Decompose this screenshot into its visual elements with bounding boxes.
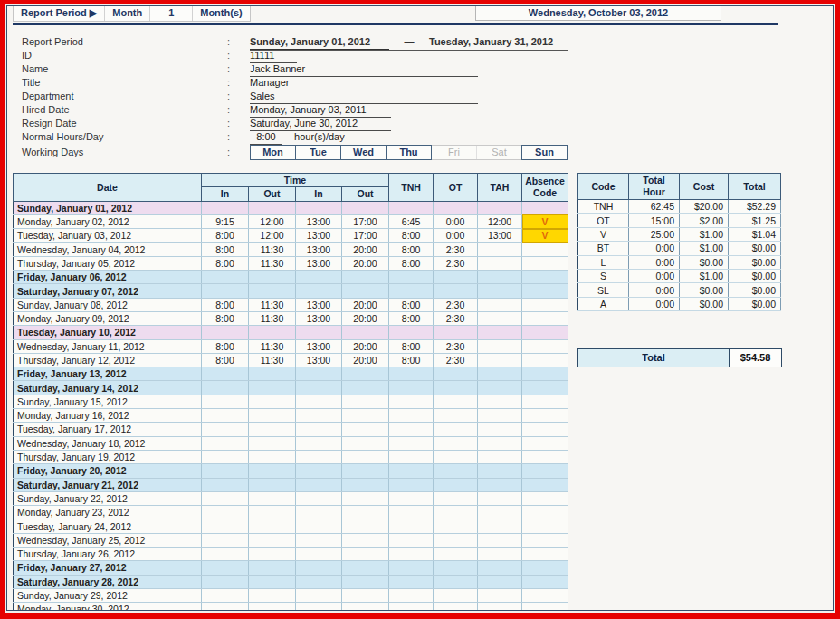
cell-out2[interactable]: 20:00 — [342, 256, 389, 270]
cell-ot[interactable] — [434, 491, 478, 505]
cell-tnh[interactable] — [389, 506, 434, 519]
cell-tah[interactable] — [478, 311, 522, 325]
cell-tah[interactable] — [478, 519, 522, 533]
cell-ot[interactable] — [434, 381, 478, 395]
cell-tah[interactable] — [478, 409, 522, 423]
cell-tah[interactable] — [478, 450, 522, 463]
cell-in2[interactable] — [296, 478, 342, 491]
cell-out2[interactable] — [342, 367, 389, 381]
cell-out2[interactable]: 20:00 — [342, 339, 389, 353]
cell-absence[interactable] — [522, 243, 568, 256]
cell-tah[interactable] — [478, 326, 522, 339]
report-period-expander[interactable]: Report Period ▶ — [14, 6, 105, 21]
cell-tnh[interactable] — [389, 450, 434, 463]
cell-tnh[interactable]: 8:00 — [389, 229, 434, 243]
cell-in1[interactable]: 8:00 — [202, 298, 249, 311]
cell-absence[interactable] — [522, 339, 568, 353]
cell-absence[interactable] — [522, 271, 568, 284]
cell-in1[interactable]: 9:15 — [202, 214, 249, 228]
cell-tah[interactable] — [478, 548, 522, 561]
cell-absence[interactable] — [522, 603, 568, 611]
cell-tah[interactable] — [478, 423, 522, 436]
cell-in1[interactable] — [202, 561, 249, 575]
cell-out1[interactable]: 12:00 — [249, 229, 296, 243]
title-field[interactable]: Manager — [250, 76, 478, 90]
cell-tnh[interactable] — [389, 436, 434, 450]
cell-out2[interactable] — [342, 271, 389, 284]
cell-tnh[interactable] — [389, 464, 434, 478]
cell-in2[interactable] — [296, 506, 342, 519]
cell-ot[interactable] — [434, 575, 478, 588]
cell-in1[interactable] — [202, 491, 249, 505]
cell-absence[interactable] — [522, 519, 568, 533]
cell-tnh[interactable]: 6:45 — [389, 214, 434, 228]
cell-in1[interactable] — [202, 464, 249, 478]
cell-tnh[interactable] — [389, 533, 434, 547]
cell-out1[interactable]: 11:30 — [249, 298, 296, 311]
cell-ot[interactable] — [434, 548, 478, 561]
cell-out1[interactable]: 11:30 — [249, 311, 296, 325]
cell-absence[interactable] — [522, 464, 568, 478]
cell-out2[interactable] — [342, 588, 389, 602]
cell-out1[interactable] — [249, 506, 296, 519]
month-count-input[interactable]: 1 — [150, 6, 193, 21]
cell-in1[interactable] — [202, 367, 249, 381]
cell-tnh[interactable] — [389, 519, 434, 533]
cell-out1[interactable] — [249, 409, 296, 423]
cell-out1[interactable] — [249, 450, 296, 463]
cell-tah[interactable] — [478, 367, 522, 381]
cell-tnh[interactable] — [389, 478, 434, 491]
cell-out2[interactable]: 17:00 — [342, 229, 389, 243]
cell-absence[interactable] — [522, 256, 568, 270]
cell-ot[interactable]: 2:30 — [434, 256, 478, 270]
cell-tnh[interactable]: 8:00 — [389, 353, 434, 367]
cell-in2[interactable]: 13:00 — [296, 256, 342, 270]
cell-absence[interactable] — [522, 298, 568, 311]
cell-absence[interactable] — [522, 450, 568, 463]
cell-ot[interactable] — [434, 588, 478, 602]
cell-tnh[interactable]: 8:00 — [389, 298, 434, 311]
cell-in1[interactable]: 8:00 — [202, 339, 249, 353]
cell-out2[interactable] — [342, 603, 389, 611]
cell-tnh[interactable] — [389, 548, 434, 561]
cell-out2[interactable] — [342, 533, 389, 547]
working-day-tue[interactable]: Tue — [295, 145, 341, 160]
cell-out2[interactable]: 20:00 — [342, 298, 389, 311]
cell-absence[interactable] — [522, 381, 568, 395]
cell-ot[interactable]: 2:30 — [434, 243, 478, 256]
cell-absence[interactable] — [522, 353, 568, 367]
cell-ot[interactable]: 2:30 — [434, 353, 478, 367]
cell-absence[interactable] — [522, 395, 568, 408]
cell-out2[interactable] — [342, 436, 389, 450]
cell-out1[interactable] — [249, 533, 296, 547]
cell-in1[interactable] — [202, 478, 249, 491]
cell-absence[interactable] — [522, 533, 568, 547]
cell-out1[interactable]: 12:00 — [249, 214, 296, 228]
period-start-field[interactable]: Sunday, January 01, 2012 — [250, 35, 389, 50]
cell-absence[interactable] — [522, 409, 568, 423]
working-day-sun[interactable]: Sun — [521, 145, 568, 160]
cell-in1[interactable]: 8:00 — [202, 243, 249, 256]
cell-absence[interactable] — [522, 326, 568, 339]
cell-ot[interactable] — [434, 533, 478, 547]
cell-out1[interactable] — [249, 588, 296, 602]
cell-ot[interactable] — [434, 561, 478, 575]
cell-out1[interactable]: 11:30 — [249, 339, 296, 353]
cell-ot[interactable] — [434, 450, 478, 463]
cell-out1[interactable] — [249, 464, 296, 478]
cell-tnh[interactable]: 8:00 — [389, 339, 434, 353]
cell-out1[interactable]: 11:30 — [249, 256, 296, 270]
cell-in2[interactable] — [296, 436, 342, 450]
id-field[interactable]: 11111 — [250, 49, 297, 63]
cell-out1[interactable] — [249, 603, 296, 611]
working-day-wed[interactable]: Wed — [340, 145, 387, 160]
cell-out2[interactable] — [342, 506, 389, 519]
name-field[interactable]: Jack Banner — [250, 62, 478, 77]
cell-out2[interactable] — [342, 450, 389, 463]
cell-absence[interactable] — [522, 548, 568, 561]
department-field[interactable]: Sales — [250, 90, 478, 104]
cell-out1[interactable] — [249, 423, 296, 436]
cell-tnh[interactable] — [389, 423, 434, 436]
cell-in1[interactable] — [202, 409, 249, 423]
cell-tnh[interactable]: 8:00 — [389, 243, 434, 256]
